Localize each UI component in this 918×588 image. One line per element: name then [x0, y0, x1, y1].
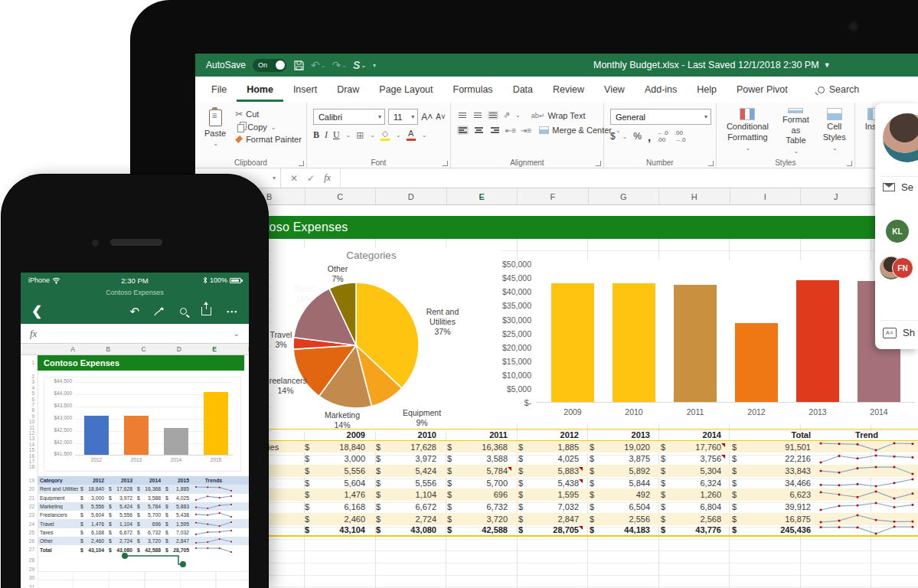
customize-qat-icon[interactable]: ▾ [373, 62, 376, 69]
cell[interactable]: $6,504 [583, 502, 655, 511]
insert-function-icon[interactable]: fx [324, 172, 331, 184]
cell[interactable]: $44,183 [583, 525, 655, 534]
total-cell[interactable]: $6,623 [726, 490, 815, 499]
format-painter-button[interactable]: Format Painter [235, 135, 302, 144]
column-header-C[interactable]: C [305, 188, 377, 204]
cancel-icon[interactable]: ✕ [290, 173, 298, 184]
phone-cell[interactable]: $5,604 [78, 512, 106, 518]
cell[interactable]: $1,104 [370, 490, 441, 499]
orientation-icon[interactable]: ⇗ [503, 110, 510, 120]
row-number-14[interactable]: 14 [21, 442, 38, 447]
cut-button[interactable]: ✂Cut [235, 109, 302, 119]
row-number-26[interactable]: 26 [21, 538, 38, 544]
align-middle-icon[interactable] [472, 111, 483, 119]
cell[interactable]: $5,604 [299, 479, 370, 488]
row-number-30[interactable]: 30 [21, 575, 38, 580]
phone-column-header-E[interactable]: E [212, 345, 217, 353]
row-number-3[interactable]: 3 [21, 379, 38, 384]
column-header-H[interactable]: H [659, 188, 730, 204]
row-number-4[interactable]: 4 [21, 385, 38, 390]
selection-handles[interactable] [119, 551, 189, 570]
cell[interactable]: $16,368 [441, 443, 512, 452]
cell[interactable]: $3,972 [370, 454, 441, 463]
row-number-18[interactable]: 18 [21, 464, 38, 469]
tab-home[interactable]: Home [237, 77, 283, 102]
tab-view[interactable]: View [594, 77, 635, 102]
column-chart[interactable]: $50,000$45,000$40,000$35,000$30,000$25,0… [495, 260, 918, 424]
shrink-font-icon[interactable]: A˅ [436, 113, 446, 121]
column-header-G[interactable]: G [589, 188, 660, 204]
total-cell[interactable]: $34,466 [726, 479, 815, 488]
tab-page-layout[interactable]: Page Layout [369, 77, 443, 102]
bar-2010[interactable] [613, 283, 655, 402]
cell[interactable]: $5,556 [299, 466, 370, 475]
phone-cell[interactable]: $3,000 [78, 495, 106, 501]
phone-table-row-taxes[interactable]: Taxes$6,168$6,672$6,732$7,032 [38, 528, 249, 537]
cell[interactable]: $19,020 [583, 443, 655, 452]
table-row-other[interactable]: Other$2,460$2,724$3,720$2,847$2,556$2,56… [211, 513, 918, 525]
share-row[interactable]: A≡ Sh [883, 327, 915, 338]
cell[interactable]: $6,324 [655, 479, 726, 488]
row-number-9[interactable]: 9 [21, 413, 38, 419]
expense-table[interactable]: 200920102011201220132014TotalTrendRent a… [211, 429, 918, 537]
phone-table-row-rent-and-utilities[interactable]: Rent and Utilities$18,840$17,628$16,368$… [38, 485, 249, 493]
phone-cell[interactable]: $2,460 [78, 538, 106, 544]
row-number-12[interactable]: 12 [21, 430, 38, 436]
phone-cell[interactable]: $6,732 [135, 530, 163, 535]
bar-2013[interactable] [796, 280, 839, 402]
cell[interactable]: $5,892 [583, 466, 655, 475]
underline-button[interactable]: U [333, 129, 340, 141]
phone-cell[interactable]: $5,883 [163, 504, 191, 509]
expand-icon[interactable]: ⌄ [234, 329, 240, 338]
cell[interactable]: $1,260 [655, 490, 726, 499]
row-number-7[interactable]: 7 [21, 402, 38, 407]
total-cell[interactable]: $16,875 [726, 514, 815, 524]
formula-input[interactable] [341, 168, 918, 188]
search-icon[interactable] [180, 308, 187, 315]
borders-icon[interactable]: ⊞ [356, 130, 364, 141]
draw-icon[interactable] [154, 306, 165, 316]
cell[interactable]: $3,000 [299, 454, 370, 463]
row-number-6[interactable]: 6 [21, 397, 38, 402]
bold-button[interactable]: B [313, 129, 319, 141]
row-number-13[interactable]: 13 [21, 436, 38, 441]
phone-cell[interactable]: $3,588 [135, 495, 163, 501]
avatar[interactable] [883, 113, 918, 162]
phone-cell[interactable]: $5,556 [106, 512, 135, 518]
row-number-15[interactable]: 15 [21, 447, 38, 452]
cell[interactable]: $2,568 [655, 514, 726, 524]
table-row-taxes[interactable]: Taxes$6,168$6,672$6,732$7,032$6,504$6,80… [211, 501, 918, 513]
row-number-11[interactable]: 11 [21, 425, 38, 430]
pie-chart[interactable]: Categories Rent andUtilities37%Equipment… [272, 247, 501, 431]
cell[interactable]: $2,847 [512, 514, 583, 524]
font-color-icon[interactable]: A [407, 129, 416, 141]
table-row-total[interactable]: Total$43,104$43,080$42,588$28,705$44,183… [211, 525, 918, 537]
cell[interactable]: $28,705 [512, 525, 583, 534]
cell[interactable]: $17,760 [655, 443, 726, 452]
phone-bar-chart[interactable]: $44,500$44,000$43,500$43,000$42,500$42,0… [44, 377, 241, 472]
decrease-indent-icon[interactable]: ⇤≡ [505, 126, 516, 135]
phone-cell[interactable]: $1,595 [163, 521, 191, 527]
cell[interactable]: $1,595 [512, 490, 583, 499]
cell[interactable]: $5,784 [441, 466, 512, 475]
styles-dialog-launcher-icon[interactable] [847, 161, 852, 166]
column-header-E[interactable]: E [447, 188, 518, 204]
comma-format-icon[interactable]: , [648, 130, 651, 143]
phone-formula-bar[interactable]: fx ⌄ [21, 324, 249, 344]
column-header-F[interactable]: F [518, 188, 589, 204]
row-number-2[interactable]: 2 [21, 374, 38, 379]
table-row-rent-and-utilities[interactable]: Rent and Utilities$18,840$17,628$16,368$… [211, 441, 918, 453]
row-number-19[interactable]: 19 [21, 478, 38, 483]
phone-cell[interactable]: $4,025 [163, 495, 191, 501]
table-row-marketing[interactable]: Marketing$5,556$5,424$5,784$5,883$5,892$… [211, 465, 918, 477]
row-number-8[interactable]: 8 [21, 407, 38, 413]
cell[interactable]: $2,724 [370, 514, 441, 524]
percent-format-icon[interactable]: % [633, 131, 642, 142]
phone-cell[interactable]: $17,628 [106, 486, 135, 492]
column-header-J[interactable]: J [801, 188, 872, 204]
phone-column-header-A[interactable]: A [70, 345, 75, 353]
column-header-I[interactable]: I [730, 188, 802, 204]
align-left-icon[interactable] [457, 126, 469, 134]
tab-formulas[interactable]: Formulas [443, 77, 503, 102]
phone-cell[interactable]: $16,368 [135, 486, 163, 492]
